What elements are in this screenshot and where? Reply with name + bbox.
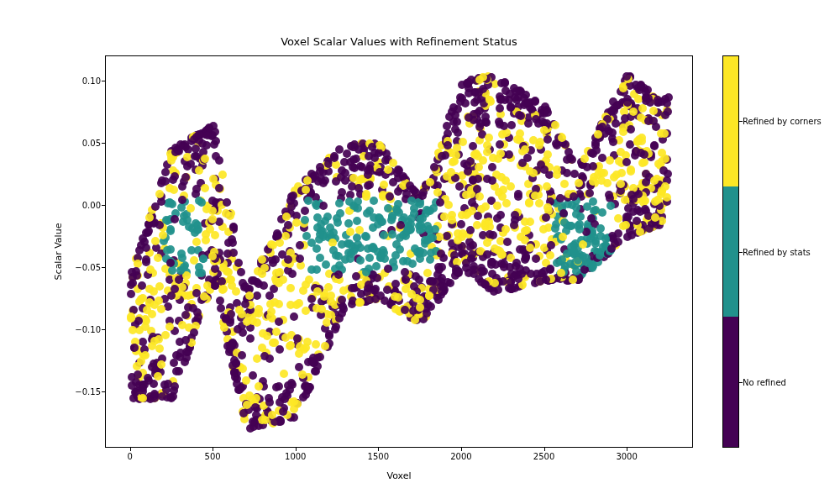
scatter-point — [155, 335, 163, 344]
scatter-point — [169, 176, 177, 184]
scatter-point — [171, 215, 179, 223]
scatter-point — [619, 84, 627, 92]
scatter-point — [454, 129, 462, 137]
scatter-point — [388, 213, 396, 222]
scatter-point — [370, 197, 378, 205]
scatter-point — [296, 241, 304, 249]
scatter-point — [307, 295, 316, 303]
scatter-point — [623, 98, 632, 107]
scatter-point — [154, 372, 162, 381]
scatter-point — [167, 291, 176, 300]
scatter-point — [418, 192, 427, 200]
scatter-point — [158, 392, 166, 401]
scatter-point — [469, 241, 477, 249]
scatter-point — [394, 187, 402, 196]
scatter-point — [186, 204, 195, 213]
scatter-point — [627, 125, 635, 134]
scatter-point — [651, 213, 659, 222]
scatter-point — [605, 191, 613, 199]
scatter-point — [312, 304, 321, 312]
colorbar-tick-label: No refined — [743, 378, 786, 387]
scatter-point — [170, 359, 178, 367]
scatter-point — [491, 279, 499, 287]
scatter-point — [551, 121, 559, 129]
scatter-point — [651, 197, 659, 206]
scatter-point — [343, 150, 351, 158]
y-tick-mark — [102, 329, 105, 330]
scatter-point — [535, 199, 543, 207]
scatter-point — [459, 138, 467, 146]
y-tick-mark — [102, 391, 105, 392]
scatter-point — [474, 212, 482, 220]
scatter-point — [380, 181, 388, 189]
scatter-point — [531, 97, 539, 105]
scatter-point — [356, 298, 365, 307]
scatter-point — [425, 291, 433, 300]
scatter-point — [145, 285, 154, 293]
scatter-point — [473, 185, 481, 193]
scatter-point — [142, 255, 150, 264]
scatter-point — [642, 178, 650, 186]
scatter-point — [163, 246, 171, 255]
scatter-point — [365, 181, 374, 189]
scatter-point — [485, 218, 493, 226]
scatter-point — [661, 155, 669, 163]
scatter-point — [316, 353, 324, 361]
scatter-point — [589, 177, 597, 186]
scatter-point — [199, 255, 207, 263]
scatter-point — [423, 236, 432, 244]
scatter-point — [487, 260, 496, 269]
scatter-point — [403, 227, 412, 235]
colorbar-segment-low — [723, 317, 738, 447]
scatter-point — [275, 318, 283, 326]
scatter-point — [649, 107, 658, 115]
scatter-point — [650, 176, 659, 185]
scatter-point — [543, 108, 552, 117]
x-tick-label: 1500 — [368, 452, 389, 461]
scatter-point — [249, 417, 257, 426]
scatter-point — [181, 311, 190, 319]
scatter-point — [491, 244, 499, 253]
scatter-point — [195, 166, 203, 175]
scatter-point — [638, 137, 646, 145]
scatter-point — [215, 184, 223, 192]
scatter-point — [263, 332, 271, 340]
scatter-point — [155, 190, 164, 198]
scatter-point — [279, 276, 287, 284]
scatter-point — [265, 398, 274, 407]
scatter-point — [253, 318, 261, 327]
scatter-point — [559, 233, 567, 241]
scatter-point — [333, 218, 342, 227]
scatter-point — [286, 341, 295, 349]
scatter-point — [529, 169, 538, 177]
x-axis-label: Voxel — [105, 470, 693, 481]
x-tick-label: 500 — [205, 452, 221, 461]
x-tick-label: 0 — [127, 452, 132, 461]
scatter-point — [353, 217, 361, 225]
scatter-point — [587, 214, 596, 223]
scatter-point — [469, 142, 477, 150]
scatter-point — [134, 317, 143, 325]
scatter-point — [597, 176, 606, 185]
scatter-point — [423, 309, 431, 318]
scatter-point — [566, 154, 575, 162]
scatter-point — [638, 104, 647, 113]
scatter-point — [617, 180, 625, 188]
scatter-point — [325, 332, 333, 340]
scatter-point — [143, 306, 151, 314]
scatter-point — [303, 176, 312, 185]
scatter-point — [598, 123, 606, 131]
scatter-point — [399, 257, 407, 265]
scatter-point — [234, 259, 243, 267]
scatter-point — [507, 278, 515, 286]
scatter-point — [248, 276, 256, 285]
scatter-point — [609, 138, 617, 146]
scatter-point — [570, 192, 578, 201]
scatter-point — [559, 209, 568, 218]
scatter-point — [273, 229, 281, 238]
scatter-point — [365, 281, 373, 289]
scatter-point — [245, 291, 254, 300]
scatter-point — [646, 98, 654, 107]
scatter-point — [485, 134, 493, 142]
scatter-point — [323, 213, 332, 221]
